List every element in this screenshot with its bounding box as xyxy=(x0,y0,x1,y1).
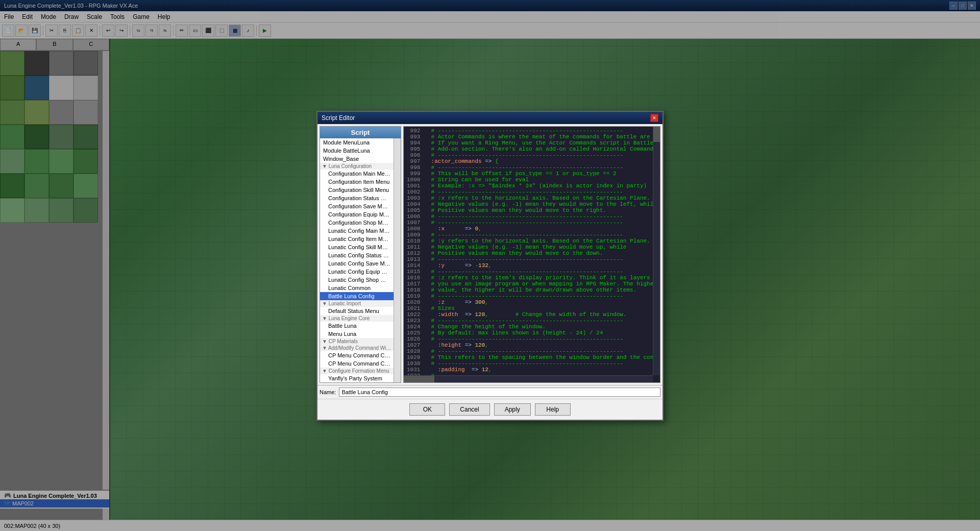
script-item-lunatic-equip[interactable]: Lunatic Config Equip Menu xyxy=(320,268,394,276)
apply-button[interactable]: Apply xyxy=(494,403,531,416)
line-code[interactable]: :width => 128, # Change the width of the… xyxy=(423,311,653,318)
cancel-button[interactable]: Cancel xyxy=(449,403,489,416)
line-number: 1024 xyxy=(405,324,423,330)
code-scrollbar-vertical[interactable] xyxy=(653,127,660,375)
script-list-scrollbar[interactable] xyxy=(394,138,401,382)
script-item-config-item[interactable]: Configuration Item Menu xyxy=(320,178,394,186)
script-item-yanfly[interactable]: Yanfly's Party System xyxy=(320,374,394,382)
code-table: 992 # ----------------------------------… xyxy=(405,128,653,375)
script-item-lunatic-save[interactable]: Lunatic Config Save Menu xyxy=(320,259,394,268)
script-section-core[interactable]: ▼ Luna Engine Core xyxy=(320,315,394,322)
script-item-lunatic-status[interactable]: Lunatic Config Status Menu xyxy=(320,251,394,259)
line-code[interactable]: # --------------------------------------… xyxy=(423,318,653,324)
line-code[interactable]: # Actor Commands is where the meat of th… xyxy=(423,134,653,140)
script-item-cp-config[interactable]: CP Menu Command Config xyxy=(320,351,394,359)
line-code[interactable]: # --------------------------------------… xyxy=(423,189,653,195)
script-section-luna-config[interactable]: ▼ Luna Configuration xyxy=(320,163,394,170)
line-code[interactable]: # By default: max lines shown is (height… xyxy=(423,330,653,336)
dialog-close-button[interactable]: ✕ xyxy=(650,114,658,122)
line-code[interactable]: # This refers to the spacing between the… xyxy=(423,354,653,360)
line-code[interactable]: # Positive values mean they would move t… xyxy=(423,250,653,256)
line-code[interactable]: # This will be offset if pos_type == 1 o… xyxy=(423,171,653,177)
line-code[interactable]: # --------------------------------------… xyxy=(423,152,653,158)
line-code[interactable]: :x => 0, xyxy=(423,226,653,232)
line-number: 1031 xyxy=(405,367,423,373)
line-code[interactable]: # :y refers to the horizontal axis. Base… xyxy=(423,238,653,244)
script-item-menu-luna[interactable]: Menu Luna xyxy=(320,330,394,338)
script-item-cp-core[interactable]: CP Menu Command Core xyxy=(320,359,394,368)
line-number: 999 xyxy=(405,171,423,177)
line-code[interactable]: # --------------------------------------… xyxy=(423,213,653,220)
code-line: 1025 # By default: max lines shown is (h… xyxy=(405,330,653,336)
script-item-config-skill[interactable]: Configuration Skill Menu xyxy=(320,186,394,194)
line-code[interactable]: # Add-on section. There's also an add-on… xyxy=(423,146,653,152)
line-code[interactable]: :actor_commands => { xyxy=(423,158,653,164)
script-item-lunatic-common[interactable]: Lunatic Common xyxy=(320,284,394,292)
script-item-1[interactable]: Module BattleLuna xyxy=(320,147,394,155)
code-line: 1017 # you use an image program or when … xyxy=(405,281,653,287)
script-item-config-shop[interactable]: Configuration Shop Menu xyxy=(320,219,394,227)
code-line: 1022 :width => 128, # Change the width o… xyxy=(405,311,653,318)
line-code[interactable]: # Positive values mean they would move t… xyxy=(423,207,653,213)
line-code[interactable]: # Sizes xyxy=(423,305,653,311)
script-section-lunatic-import[interactable]: ▼ Lunatic Import xyxy=(320,300,394,307)
script-section-cp[interactable]: ▼ CP Materials xyxy=(320,338,394,345)
line-code[interactable]: # :z refers to the item's display priori… xyxy=(423,275,653,281)
line-code[interactable]: # value, the higher it will be drawn/dra… xyxy=(423,287,653,293)
line-code[interactable]: # --------------------------------------… xyxy=(423,164,653,171)
line-number: 1008 xyxy=(405,226,423,232)
line-number: 1019 xyxy=(405,293,423,299)
script-item-battle-luna[interactable]: Battle Luna xyxy=(320,322,394,330)
line-code[interactable]: # Negative values (e.g. -1) mean they wo… xyxy=(423,201,653,207)
line-code[interactable]: :padding => 12, xyxy=(423,367,653,373)
line-code[interactable]: # If you want a Ring Menu, use the Actor… xyxy=(423,140,653,146)
code-line: 1013 # ---------------------------------… xyxy=(405,256,653,262)
line-code[interactable]: :height => 120, xyxy=(423,342,653,348)
code-line: 992 # ----------------------------------… xyxy=(405,128,653,134)
script-item-0[interactable]: Module MenuLuna xyxy=(320,138,394,147)
script-item-2[interactable]: Window_Base xyxy=(320,155,394,163)
line-code[interactable]: # --------------------------------------… xyxy=(423,128,653,134)
script-item-config-save[interactable]: Configuration Save Menu xyxy=(320,202,394,210)
line-code[interactable]: :y => -132, xyxy=(423,262,653,269)
line-code[interactable]: # String can be used for eval xyxy=(423,177,653,183)
line-code[interactable]: # --------------------------------------… xyxy=(423,293,653,299)
line-code[interactable]: # Change the height of the window. xyxy=(423,324,653,330)
line-code[interactable]: # --------------------------------------… xyxy=(423,232,653,238)
script-item-config-status[interactable]: Configuration Status Menu xyxy=(320,194,394,202)
line-number: 1001 xyxy=(405,183,423,189)
line-code[interactable]: # --------------------------------------… xyxy=(423,269,653,275)
line-code[interactable]: :z => 300, xyxy=(423,299,653,305)
line-number: 1000 xyxy=(405,177,423,183)
line-number: 1021 xyxy=(405,305,423,311)
script-item-config-equip[interactable]: Configuration Equip Menu xyxy=(320,210,394,219)
code-content[interactable]: 992 # ----------------------------------… xyxy=(404,127,653,375)
script-section-formation[interactable]: ▼ Configure Formation Menu xyxy=(320,368,394,374)
script-list[interactable]: Module MenuLuna Module BattleLuna Window… xyxy=(320,138,394,382)
line-code[interactable]: # you use an image program or when mappi… xyxy=(423,281,653,287)
modal-overlay: Script Editor ✕ Script Module MenuLuna M… xyxy=(0,0,980,531)
script-item-lunatic-skill[interactable]: Lunatic Config Skill Menu xyxy=(320,243,394,251)
code-line: 999 # This will be offset if pos_type ==… xyxy=(405,171,653,177)
line-code[interactable]: # Negative values (e.g. -1) mean they wo… xyxy=(423,244,653,250)
name-input[interactable] xyxy=(339,388,660,397)
ok-button[interactable]: OK xyxy=(409,403,445,416)
code-line: 993 # Actor Commands is where the meat o… xyxy=(405,134,653,140)
line-code[interactable]: # --------------------------------------… xyxy=(423,348,653,354)
line-code[interactable]: # --------------------------------------… xyxy=(423,336,653,342)
script-section-command[interactable]: ▼ Add/Modify Command Wind xyxy=(320,345,394,351)
line-code[interactable]: # --------------------------------------… xyxy=(423,220,653,226)
script-item-config-main[interactable]: Configuration Main Menu xyxy=(320,170,394,178)
line-code[interactable]: # Example: :x => "$aindex * 24" (aindex … xyxy=(423,183,653,189)
script-item-lunatic-shop[interactable]: Lunatic Config Shop Menu xyxy=(320,276,394,284)
script-item-battle-config[interactable]: Battle Luna Config xyxy=(320,292,394,300)
script-item-default-status[interactable]: Default Status Menu xyxy=(320,307,394,315)
help-button[interactable]: Help xyxy=(535,403,571,416)
script-item-lunatic-item[interactable]: Lunatic Config Item Menu xyxy=(320,235,394,243)
line-code[interactable]: # --------------------------------------… xyxy=(423,360,653,367)
script-item-lunatic-main[interactable]: Lunatic Config Main Menu xyxy=(320,227,394,235)
line-number: 993 xyxy=(405,134,423,140)
line-code[interactable]: # --------------------------------------… xyxy=(423,256,653,262)
line-code[interactable]: # :x refers to the horizontal axis. Base… xyxy=(423,195,653,201)
code-scrollbar-horizontal[interactable] xyxy=(404,375,653,382)
